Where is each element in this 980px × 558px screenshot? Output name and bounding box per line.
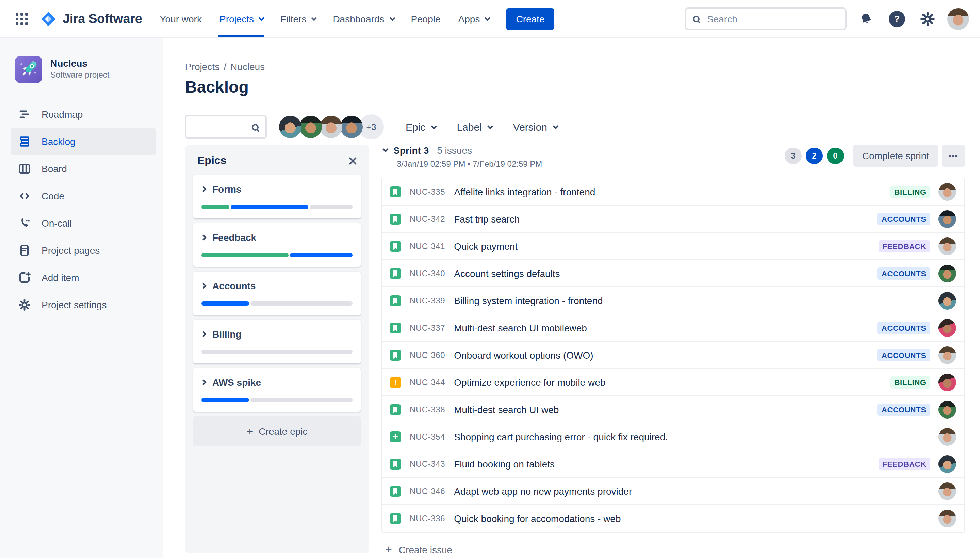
global-search-input[interactable] <box>706 13 839 25</box>
label-chip[interactable]: ACCOUNTS <box>878 213 930 225</box>
complete-sprint-button[interactable]: Complete sprint <box>854 145 938 167</box>
avatar-filter-2[interactable] <box>299 116 322 138</box>
avatar-filter-3[interactable] <box>320 116 342 138</box>
label-chip[interactable]: BILLING <box>890 185 930 198</box>
close-icon[interactable] <box>348 156 358 166</box>
label-chip[interactable]: ACCOUNTS <box>878 403 930 415</box>
sprint-name: Sprint 3 <box>393 145 429 156</box>
issue-row[interactable]: NUC-360 Onboard workout options (OWO) AC… <box>382 341 964 369</box>
notifications-button[interactable] <box>855 8 877 30</box>
progress-inprogress <box>202 302 250 305</box>
sidebar-item-label: Code <box>41 190 64 202</box>
add-item-icon <box>18 271 31 284</box>
issue-row[interactable]: NUC-341 Quick payment FEEDBACK <box>382 233 964 260</box>
progress-todo <box>251 398 353 402</box>
epic-card-forms[interactable]: Forms <box>193 175 361 218</box>
sidebar-item-backlog[interactable]: Backlog <box>11 128 156 155</box>
create-issue-button[interactable]: + Create issue <box>382 541 455 558</box>
sidebar-item-on-call[interactable]: On-call <box>11 210 156 237</box>
label-chip[interactable]: ACCOUNTS <box>878 267 930 279</box>
chevron-right-icon <box>201 380 207 386</box>
issue-row[interactable]: NUC-342 Fast trip search ACCOUNTS <box>382 205 964 233</box>
backlog-search-input[interactable] <box>193 121 252 133</box>
search-icon <box>252 123 259 130</box>
create-issue-label: Create issue <box>399 544 452 555</box>
epic-name: Billing <box>212 329 241 340</box>
epic-progress-bar <box>202 398 353 402</box>
app-switcher-icon[interactable] <box>11 8 33 30</box>
new-feature-icon: + <box>390 431 401 442</box>
story-icon <box>390 486 401 496</box>
epic-card-accounts[interactable]: Accounts <box>193 271 361 315</box>
nav-item-apps[interactable]: Apps <box>458 0 489 38</box>
todo-count-badge: 3 <box>785 148 802 164</box>
sidebar-item-label: Roadmap <box>41 109 83 120</box>
issue-row[interactable]: NUC-338 Multi-dest search UI web ACCOUNT… <box>382 396 964 423</box>
sprint-header-right: 3 2 0 Complete sprint ••• <box>785 145 965 167</box>
help-button[interactable]: ? <box>886 8 908 30</box>
epic-card-feedback[interactable]: Feedback <box>193 223 361 267</box>
breadcrumb-nucleus-link[interactable]: Nucleus <box>230 61 265 72</box>
epic-progress-bar <box>202 205 353 209</box>
create-epic-button[interactable]: + Create epic <box>193 417 361 446</box>
assignee-avatar <box>939 292 956 309</box>
nav-item-dashboards[interactable]: Dashboards <box>333 0 393 38</box>
assignee-avatar <box>939 482 956 500</box>
label-chip[interactable]: ACCOUNTS <box>878 322 930 334</box>
sidebar-item-project-settings[interactable]: Project settings <box>11 291 156 318</box>
assignee-avatar <box>939 319 956 336</box>
label-chip[interactable]: FEEDBACK <box>878 240 930 252</box>
issue-row[interactable]: NUC-340 Account settings defaults ACCOUN… <box>382 260 964 287</box>
document-icon <box>18 244 31 257</box>
avatar-filter-4[interactable] <box>340 116 363 138</box>
breadcrumb-projects-link[interactable]: Projects <box>185 61 220 72</box>
sprint-toggle[interactable]: Sprint 3 5 issues <box>382 145 542 156</box>
project-header[interactable]: Nucleus Software project <box>11 56 156 83</box>
version-filter-dropdown[interactable]: Version <box>513 121 557 133</box>
sidebar-item-add-item[interactable]: Add item <box>11 264 156 291</box>
settings-button[interactable] <box>917 8 939 30</box>
jira-logo[interactable]: Jira Software <box>39 10 142 28</box>
nav-item-people[interactable]: People <box>411 0 440 38</box>
assignee-avatar <box>939 210 956 228</box>
sidebar-item-board[interactable]: Board <box>11 155 156 182</box>
top-nav-items: Your work Projects Filters Dashboards Pe… <box>159 0 489 38</box>
label-chip[interactable]: ACCOUNTS <box>878 349 930 361</box>
epic-filter-dropdown[interactable]: Epic <box>405 121 435 133</box>
plus-icon: + <box>385 544 392 555</box>
issue-row[interactable]: NUC-335 Affelite links integration - fro… <box>382 178 964 205</box>
label-filter-dropdown[interactable]: Label <box>456 121 491 133</box>
nav-item-projects[interactable]: Projects <box>220 0 263 38</box>
global-search[interactable] <box>685 8 847 30</box>
issue-row[interactable]: NUC-339 Billing system integration - fro… <box>382 287 964 314</box>
issue-row[interactable]: NUC-343 Fluid booking on tablets FEEDBAC… <box>382 450 964 478</box>
chevron-down-icon <box>485 15 491 21</box>
sidebar-item-project-pages[interactable]: Project pages <box>11 237 156 264</box>
avatar-filter-1[interactable] <box>279 116 302 138</box>
sidebar-item-code[interactable]: Code <box>11 182 156 210</box>
issue-row[interactable]: ! NUC-344 Optimize experience for mobile… <box>382 369 964 396</box>
epic-progress-bar <box>202 302 353 305</box>
create-button[interactable]: Create <box>506 8 554 30</box>
nav-item-your-work[interactable]: Your work <box>159 0 202 38</box>
issue-key: NUC-342 <box>410 214 445 223</box>
label-chip[interactable]: BILLING <box>890 376 930 388</box>
sidebar-item-roadmap[interactable]: Roadmap <box>11 101 156 128</box>
nav-item-filters[interactable]: Filters <box>281 0 315 38</box>
inprogress-count-badge: 2 <box>806 148 823 164</box>
assignee-avatar <box>939 373 956 391</box>
issue-title: Fast trip search <box>454 213 520 224</box>
label-chip[interactable]: FEEDBACK <box>878 458 930 470</box>
story-icon <box>390 513 401 524</box>
grid-icon <box>16 13 28 25</box>
epic-card-aws-spike[interactable]: AWS spike <box>193 368 361 412</box>
sprint-more-button[interactable]: ••• <box>942 145 965 167</box>
issue-row[interactable]: NUC-337 Multi-dest search UI mobileweb A… <box>382 314 964 341</box>
issue-row[interactable]: NUC-336 Quick booking for accomodations … <box>382 505 964 532</box>
user-avatar[interactable] <box>947 8 969 30</box>
backlog-search[interactable] <box>185 115 267 139</box>
sidebar-nav: Roadmap Backlog Board <box>11 101 156 318</box>
issue-row[interactable]: + NUC-354 Shopping cart purchasing error… <box>382 423 964 450</box>
epic-card-billing[interactable]: Billing <box>193 320 361 363</box>
issue-row[interactable]: NUC-346 Adapt web app no new payments pr… <box>382 478 964 505</box>
